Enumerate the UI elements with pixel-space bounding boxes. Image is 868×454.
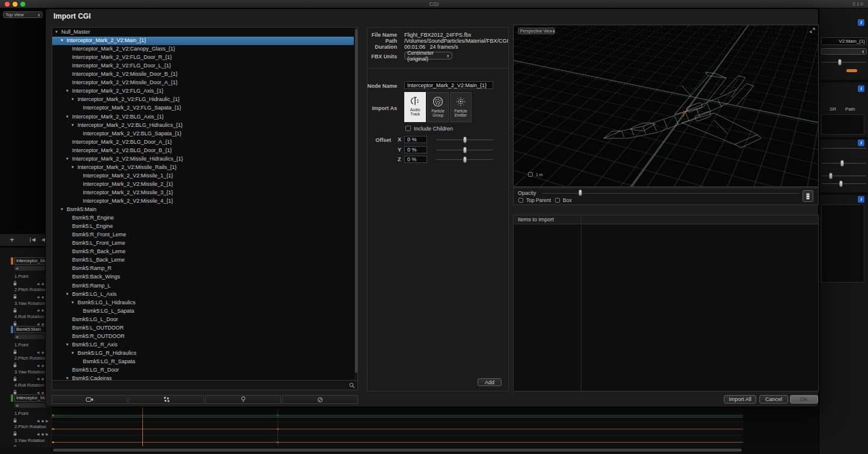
tree-caret-icon[interactable]: ▼ <box>65 376 69 380</box>
track-param-controls[interactable]: ◀◆▶ <box>13 431 52 437</box>
tree-caret-icon[interactable]: ▼ <box>65 292 69 296</box>
add-keyframe-icon[interactable]: ◆ <box>41 419 44 423</box>
offset-slider-thumb[interactable] <box>463 147 467 153</box>
add-keyframe-icon[interactable]: ◆ <box>41 432 44 436</box>
offset-slider-thumb[interactable] <box>463 156 467 163</box>
tree-row[interactable]: Interceptor_Mark_2_V2:Missile_1_{1} <box>52 172 354 180</box>
tree-caret-icon[interactable]: ▼ <box>65 115 69 118</box>
tree-row[interactable]: ▼Interceptor_Mark_2_V2:Missile_Hidraulic… <box>52 155 354 164</box>
keyframe-dot[interactable] <box>52 414 54 416</box>
inspector-slider[interactable] <box>822 183 866 184</box>
top-view-selector[interactable]: Top View ▲▼ <box>3 11 43 18</box>
prev-keyframe-icon[interactable]: ◀ <box>37 419 40 423</box>
inspector-slider-thumb[interactable] <box>838 59 842 66</box>
tree-scrollbar[interactable] <box>354 28 357 380</box>
add-keyframe-icon[interactable]: ◆ <box>41 295 44 299</box>
tree-row[interactable]: Interceptor_Mark_2_V2:Missile_Door_A_{1} <box>52 79 354 87</box>
inspector-dropdown[interactable]: ▲▼ <box>821 48 867 55</box>
tree-row[interactable]: ▼Bsmk5:LG_L_Axis <box>52 290 354 299</box>
timeline-scrollbar[interactable] <box>52 448 743 452</box>
tree-row[interactable]: Interceptor_Mark_2_V2:BLG_Sapata_{1} <box>52 130 354 138</box>
prev-keyframe-icon[interactable]: ◀ <box>37 363 40 367</box>
tree-row[interactable]: ▼Bsmk5:Main <box>52 206 354 214</box>
filter-emitter-button[interactable] <box>205 395 281 404</box>
add-button[interactable]: Add <box>478 378 502 386</box>
scroll-left-icon[interactable]: ◀ <box>16 403 18 407</box>
tree-row[interactable]: Bsmk5:L_Engine <box>52 222 354 231</box>
prev-keyframe-icon[interactable]: ◀ <box>37 432 40 436</box>
fullscreen-icon[interactable] <box>810 28 815 33</box>
import-all-button[interactable]: Import All <box>724 395 756 403</box>
tree-row[interactable]: ▼Interceptor_Mark_2_V2:FLG_Hidraulic_{1} <box>52 96 354 104</box>
tree-row[interactable]: Interceptor_Mark_2_V2:Missile_Door_B_{1} <box>52 70 354 79</box>
inspector-slider[interactable] <box>822 62 866 63</box>
tree-caret-icon[interactable]: ▼ <box>71 301 74 304</box>
node-tree[interactable]: ▼Null_Master▼Interceptor_Mark_2_V2:Main_… <box>52 27 358 381</box>
top-parent-checkbox[interactable] <box>518 198 523 203</box>
tree-row[interactable]: ▼Bsmk5:LG_R_Axis <box>52 341 354 349</box>
tree-row[interactable]: Bsmk5:R_Back_Leme <box>52 248 354 256</box>
tree-caret-icon[interactable]: ▼ <box>65 343 69 346</box>
track-param-controls[interactable]: ◀◆▶ <box>13 417 52 423</box>
opacity-slider-thumb[interactable] <box>578 189 582 196</box>
import-as-audio-track-tile[interactable]: Audio Track <box>404 92 426 122</box>
offset-z-input[interactable]: 0 % <box>404 156 427 163</box>
offset-x-input[interactable]: 0 % <box>404 136 427 143</box>
tree-row[interactable]: Interceptor_Mark_2_V2:FLG_Door_R_{1} <box>52 54 354 62</box>
tree-row[interactable]: ▼Bsmk5:LG_L_Hidraulics <box>52 299 354 307</box>
prev-keyframe-icon[interactable]: ◀ <box>37 376 40 381</box>
include-children-checkbox[interactable] <box>405 126 411 131</box>
fbx-units-dropdown[interactable]: Centimeter (original) ▲▼ <box>404 52 452 60</box>
timeline-scrollbar-thumb[interactable] <box>53 449 742 452</box>
add-keyframe-icon[interactable]: ◆ <box>41 376 44 381</box>
keyframe-dot[interactable] <box>52 441 54 443</box>
scroll-left-icon[interactable]: ◀ <box>16 335 18 339</box>
tree-row[interactable]: Interceptor_Mark_2_V2:Canopy_Glass_{1} <box>52 45 354 54</box>
info-icon[interactable]: i <box>858 85 864 92</box>
info-icon[interactable]: i <box>858 140 864 146</box>
add-keyframe-icon[interactable]: ◆ <box>41 390 44 394</box>
keyframe-dot[interactable] <box>52 428 54 430</box>
import-as-particle-emitter-tile[interactable]: Particle Emitter <box>450 92 472 122</box>
tree-caret-icon[interactable]: ▼ <box>71 351 74 355</box>
prev-keyframe-icon[interactable]: ◀ <box>37 295 40 299</box>
ok-button[interactable]: OK <box>790 395 818 403</box>
inspector-slider[interactable] <box>822 163 866 164</box>
filter-none-button[interactable] <box>282 395 358 404</box>
tree-row[interactable]: ▼Interceptor_Mark_2_V2:Missile_Rails_{1} <box>52 164 354 172</box>
tree-row[interactable]: Bsmk5:R_Front_Leme <box>52 231 354 239</box>
tree-row[interactable]: Bsmk5:LG_L_Door <box>52 316 354 324</box>
snapshot-button[interactable] <box>803 190 813 202</box>
inspector-slider-thumb[interactable] <box>839 180 843 187</box>
filter-camera-button[interactable] <box>52 395 127 404</box>
add-keyframe-icon[interactable]: ◆ <box>41 308 44 312</box>
next-keyframe-icon[interactable]: ▶ <box>46 419 49 423</box>
tree-row[interactable]: Bsmk5:L_Back_Leme <box>52 256 354 265</box>
view-selector-dropdown[interactable]: Perspective View ▲▼ <box>518 28 555 34</box>
tree-row[interactable]: Interceptor_Mark_2_V2:Missile_2_{1} <box>52 180 354 189</box>
tree-scrollbar-thumb[interactable] <box>355 29 357 373</box>
add-keyframe-icon[interactable]: ◆ <box>41 350 44 354</box>
tree-caret-icon[interactable]: ▼ <box>65 89 69 93</box>
tree-row[interactable]: Interceptor_Mark_2_V2:Missile_3_{1} <box>52 189 354 197</box>
tree-row[interactable]: ▼Bsmk5:Cadeiras <box>52 375 354 381</box>
tree-caret-icon[interactable]: ▼ <box>71 165 74 169</box>
add-keyframe-icon[interactable]: ◆ <box>41 322 44 326</box>
tree-row[interactable]: ▼Bsmk5:LG_R_Hidraulics <box>52 349 354 358</box>
tree-row[interactable]: ▼Interceptor_Mark_2_V2:BLG_Axis_{1} <box>52 113 354 121</box>
tree-caret-icon[interactable]: ▼ <box>55 30 58 34</box>
tree-row[interactable]: Interceptor_Mark_2_V2:Missile_4_{1} <box>52 197 354 206</box>
node-name-field-partial[interactable]: V2:Main_{1} <box>821 37 867 45</box>
tree-row[interactable]: ▼Interceptor_Mark_2_V2:BLG_Hidraulics_{1… <box>52 121 354 130</box>
box-checkbox[interactable] <box>555 198 560 203</box>
tree-row[interactable]: Bsmk5:Ramp_R <box>52 265 354 273</box>
tree-row[interactable]: Bsmk5:Ramp_L <box>52 282 354 290</box>
inspector-slider[interactable] <box>822 148 866 149</box>
tree-caret-icon[interactable]: ▼ <box>60 207 64 211</box>
tree-row[interactable]: Bsmk5:Back_Wings <box>52 273 354 281</box>
offset-slider-thumb[interactable] <box>463 137 467 143</box>
tree-caret-icon[interactable]: ▼ <box>65 157 69 161</box>
tree-row[interactable]: Bsmk5:R_Engine <box>52 214 354 222</box>
tree-row[interactable]: Bsmk5:LG_L_Sapata <box>52 307 354 316</box>
tree-row[interactable]: ▼Interceptor_Mark_2_V2:FLG_Axis_{1} <box>52 87 354 96</box>
